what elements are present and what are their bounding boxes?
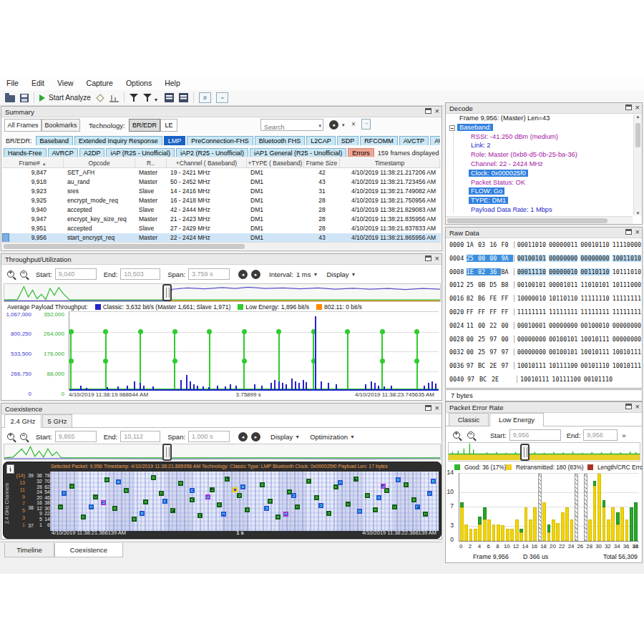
technology-bredr-button[interactable]: BR/EDR xyxy=(129,119,160,132)
packet-marker[interactable] xyxy=(178,481,183,486)
tab-low-energy[interactable]: Low Energy xyxy=(489,413,544,426)
per-chart[interactable] xyxy=(459,473,639,542)
step-forward-button[interactable]: ▸ xyxy=(251,270,260,279)
hex-dump-row[interactable]: 00001A0316F00001101000000011000101101111… xyxy=(449,241,641,255)
packet-marker[interactable] xyxy=(346,502,351,507)
packet-marker[interactable] xyxy=(210,487,215,492)
end-input[interactable] xyxy=(583,429,618,441)
packet-marker[interactable] xyxy=(264,506,269,511)
search-dropdown-icon[interactable]: ▾ xyxy=(318,123,321,129)
tab-5ghz[interactable]: 5 GHz xyxy=(42,414,72,427)
protocol-tab-preconnection-fhs[interactable]: PreConnection-FHS xyxy=(187,136,253,145)
packet-marker[interactable] xyxy=(151,475,156,480)
packet-marker[interactable] xyxy=(221,512,226,517)
decode-tree-row[interactable]: Role: Master (0xb8-d5-0b-25-ba-36) xyxy=(447,151,633,160)
signal-meter-icon[interactable] xyxy=(109,94,119,102)
search-clear-icon[interactable]: × xyxy=(351,120,356,128)
throughput-chart[interactable] xyxy=(69,311,439,391)
packet-marker[interactable] xyxy=(143,499,148,504)
table-row[interactable]: 9,918au_randMaster50 - 2452 MHzDM1434/10… xyxy=(2,177,441,187)
packet-marker[interactable] xyxy=(326,511,331,516)
packet-marker[interactable] xyxy=(104,477,109,482)
table-row[interactable]: 9,847SET_AFHMaster19 - 2421 MHzDM1424/10… xyxy=(2,168,441,177)
spectrogram-body[interactable] xyxy=(50,472,439,531)
selected-packet-marker[interactable] xyxy=(233,487,238,492)
float-panel-icon[interactable] xyxy=(425,405,431,411)
optimization-dropdown-icon[interactable]: ▼ xyxy=(350,434,355,439)
packet-marker[interactable] xyxy=(116,479,121,484)
menu-help[interactable]: Help xyxy=(158,77,187,89)
hex-dump-row[interactable]: 003697BC2E971001011110111100001011101001… xyxy=(449,362,641,376)
column-header[interactable]: R.. xyxy=(135,158,167,167)
column-header[interactable]: Opcode xyxy=(64,158,135,167)
packet-marker[interactable] xyxy=(124,488,129,493)
decode-tree-row[interactable]: Packet Status: OK xyxy=(447,179,633,188)
save-file-icon[interactable] xyxy=(20,94,29,102)
protocol-tab-a2dp[interactable]: A2DP xyxy=(79,148,105,157)
filter-icon[interactable] xyxy=(130,93,138,102)
packet-marker[interactable] xyxy=(132,517,137,522)
protocol-tab-sdp[interactable]: SDP xyxy=(337,136,359,145)
hex-dump-row[interactable]: 001682B6FEFF1000001010110110111111101111… xyxy=(449,295,641,308)
packet-marker[interactable] xyxy=(190,497,195,502)
step-back-button[interactable]: ◂ xyxy=(238,432,248,441)
protocol-tab-bluetooth-fhs[interactable]: Bluetooth FHS xyxy=(255,136,306,145)
search-go-button[interactable]: ● xyxy=(329,120,338,130)
packet-marker[interactable] xyxy=(318,503,323,508)
tab-classic[interactable]: Classic xyxy=(449,413,489,426)
packet-marker[interactable] xyxy=(197,513,203,518)
tab-24ghz[interactable]: 2.4 GHz xyxy=(4,414,42,428)
packet-marker[interactable] xyxy=(112,506,117,511)
search-input[interactable] xyxy=(261,122,311,131)
column-header[interactable]: Timestamp xyxy=(340,158,440,167)
packet-marker[interactable] xyxy=(283,512,288,517)
packet-marker[interactable] xyxy=(396,477,401,482)
hex-dump-row[interactable]: 00042500009A0010010100000000000000001001… xyxy=(449,255,641,268)
decode-tree-row[interactable]: FLOW: Go xyxy=(447,187,633,197)
tab-all-frames[interactable]: All Frames xyxy=(4,119,42,132)
close-panel-icon[interactable]: × xyxy=(435,107,439,114)
technology-le-button[interactable]: LE xyxy=(160,119,177,132)
packet-marker[interactable] xyxy=(240,484,245,489)
search-options-icon[interactable]: ▾ xyxy=(342,122,345,128)
detail-view-icon[interactable] xyxy=(179,93,188,102)
hex-dump-row[interactable]: 0012250BD5B80010010100001011110101011011… xyxy=(449,281,641,295)
more-controls-button[interactable]: » xyxy=(622,431,625,439)
range-slider-handle[interactable] xyxy=(162,444,172,461)
packet-marker[interactable] xyxy=(89,504,94,509)
float-panel-icon[interactable] xyxy=(625,229,632,235)
packet-marker[interactable] xyxy=(376,495,381,500)
close-panel-icon[interactable]: × xyxy=(435,255,439,262)
packet-marker[interactable] xyxy=(411,497,416,502)
export-icon[interactable]: → xyxy=(361,119,371,130)
packet-marker[interactable] xyxy=(237,493,242,498)
packet-marker[interactable] xyxy=(357,509,362,514)
float-panel-icon[interactable] xyxy=(625,104,632,110)
menu-options[interactable]: Options xyxy=(119,77,158,89)
packet-marker[interactable] xyxy=(205,494,210,499)
packet-marker[interactable] xyxy=(415,504,420,509)
packet-marker[interactable] xyxy=(295,504,300,509)
packet-marker[interactable] xyxy=(190,488,195,493)
protocol-tab-errors[interactable]: Errors xyxy=(348,148,374,157)
decode-tree-row[interactable]: Payload Data Rate: 1 Mbps xyxy=(447,206,633,215)
packet-marker[interactable] xyxy=(217,502,222,507)
column-header[interactable]: Frame#▲ xyxy=(2,158,64,167)
protocol-tab-iap-r25-unofficial-[interactable]: iAP (R25 - Unofficial) xyxy=(106,148,175,157)
protocol-tab-rfcomm[interactable]: RFCOMM xyxy=(360,136,398,145)
display-dropdown-icon[interactable]: ▼ xyxy=(295,434,300,439)
tab-bookmarks[interactable]: Bookmarks xyxy=(42,119,80,132)
packet-marker[interactable] xyxy=(373,507,378,512)
zoom-out-icon[interactable]: − xyxy=(20,433,27,440)
table-row[interactable]: 9,923sresSlave14 - 2416 MHzDM1314/10/201… xyxy=(2,187,441,196)
tab-coexistence[interactable]: Coexistence xyxy=(54,543,123,557)
packet-marker[interactable] xyxy=(427,491,432,496)
decode-tree-row[interactable]: Baseband: xyxy=(447,124,633,133)
protocol-tab-iap2-r25-unofficial-[interactable]: iAP2 (R25 - Unofficial) xyxy=(176,148,248,157)
hex-dump-row[interactable]: 00081E0236BA0001111000000010001101101011… xyxy=(449,268,641,282)
color-rules-icon[interactable] xyxy=(96,94,104,102)
packet-marker[interactable] xyxy=(170,508,175,513)
hex-dump-row[interactable]: 0028002597000000000000100101100101110000… xyxy=(449,336,641,349)
menu-view[interactable]: View xyxy=(51,77,80,89)
decode-tree-row[interactable]: Channel: 22 - 2424 MHz xyxy=(447,160,633,170)
